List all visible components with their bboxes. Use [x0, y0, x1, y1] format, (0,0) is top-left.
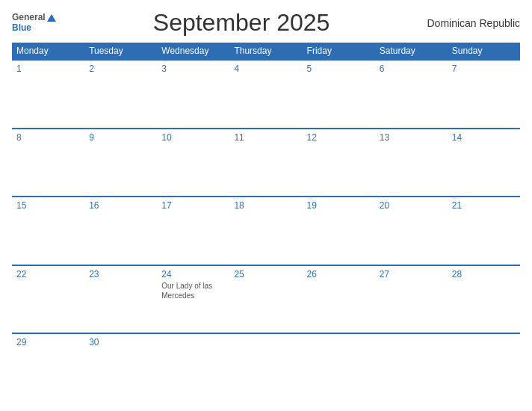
- day-number: 2: [89, 64, 152, 74]
- calendar-week-row: 891011121314: [12, 129, 520, 197]
- calendar-cell: [303, 333, 375, 402]
- day-number: 6: [380, 64, 443, 74]
- header-sunday: Sunday: [448, 43, 520, 60]
- calendar-cell: 17: [157, 197, 229, 265]
- calendar-cell: 14: [448, 129, 520, 197]
- calendar-cell: 12: [303, 129, 375, 197]
- header-saturday: Saturday: [375, 43, 448, 60]
- calendar-cell: 25: [229, 265, 302, 334]
- header-monday: Monday: [12, 43, 84, 60]
- calendar-page: General Blue September 2025 Dominican Re…: [0, 0, 532, 411]
- calendar-week-row: 1234567: [12, 60, 520, 129]
- header-wednesday: Wednesday: [157, 43, 229, 60]
- calendar-table: Monday Tuesday Wednesday Thursday Friday…: [12, 43, 520, 402]
- day-number: 18: [234, 200, 297, 211]
- day-number: 12: [307, 132, 371, 143]
- calendar-cell: 18: [229, 197, 302, 265]
- day-number: 28: [452, 269, 516, 279]
- header-thursday: Thursday: [229, 43, 302, 60]
- day-number: 17: [161, 200, 225, 211]
- day-number: 29: [16, 337, 80, 347]
- day-number: 23: [89, 269, 152, 279]
- calendar-cell: 9: [84, 129, 157, 197]
- logo-general-text: General: [12, 13, 46, 22]
- calendar-cell: 10: [157, 129, 229, 197]
- day-number: 25: [234, 269, 297, 279]
- day-number: 8: [16, 132, 80, 143]
- day-number: 13: [380, 132, 443, 143]
- calendar-cell: 13: [375, 129, 448, 197]
- day-number: 3: [161, 64, 225, 74]
- day-number: 26: [307, 269, 371, 279]
- day-number: 27: [380, 269, 443, 279]
- calendar-cell: 16: [84, 197, 157, 265]
- day-number: 30: [89, 337, 152, 347]
- logo: General Blue: [12, 13, 56, 32]
- country-label: Dominican Republic: [427, 17, 520, 29]
- calendar-cell: 27: [375, 265, 448, 334]
- header-friday: Friday: [303, 43, 375, 60]
- calendar-cell: [157, 333, 229, 402]
- day-number: 20: [380, 200, 443, 211]
- calendar-cell: 19: [303, 197, 375, 265]
- calendar-cell: 15: [12, 197, 84, 265]
- day-number: 1: [16, 64, 80, 74]
- day-number: 10: [161, 132, 225, 143]
- day-number: 7: [452, 64, 516, 74]
- day-number: 24: [161, 269, 225, 279]
- weekday-header-row: Monday Tuesday Wednesday Thursday Friday…: [12, 43, 520, 60]
- day-number: 21: [452, 200, 516, 211]
- page-title: September 2025: [56, 9, 427, 37]
- logo-triangle-icon: [47, 14, 56, 22]
- calendar-cell: 3: [157, 60, 229, 129]
- calendar-header: Monday Tuesday Wednesday Thursday Friday…: [12, 43, 520, 60]
- calendar-cell: 29: [12, 333, 84, 402]
- day-number: 5: [307, 64, 371, 74]
- event-label: Our Lady of las Mercedes: [161, 281, 225, 300]
- calendar-cell: 22: [12, 265, 84, 334]
- calendar-cell: 23: [84, 265, 157, 334]
- calendar-cell: 20: [375, 197, 448, 265]
- day-number: 16: [89, 200, 152, 211]
- calendar-cell: 8: [12, 129, 84, 197]
- logo-blue-text: Blue: [12, 23, 56, 33]
- calendar-week-row: 15161718192021: [12, 197, 520, 265]
- calendar-week-row: 222324Our Lady of las Mercedes25262728: [12, 265, 520, 334]
- day-number: 11: [234, 132, 297, 143]
- calendar-cell: 11: [229, 129, 302, 197]
- calendar-cell: 4: [229, 60, 302, 129]
- calendar-cell: 30: [84, 333, 157, 402]
- header-tuesday: Tuesday: [84, 43, 157, 60]
- day-number: 22: [16, 269, 80, 279]
- calendar-cell: 28: [448, 265, 520, 334]
- calendar-cell: 1: [12, 60, 84, 129]
- calendar-cell: [229, 333, 302, 402]
- calendar-cell: 21: [448, 197, 520, 265]
- calendar-cell: 6: [375, 60, 448, 129]
- day-number: 19: [307, 200, 371, 211]
- calendar-body: 123456789101112131415161718192021222324O…: [12, 60, 520, 402]
- day-number: 15: [16, 200, 80, 211]
- calendar-cell: [375, 333, 448, 402]
- day-number: 4: [234, 64, 297, 74]
- page-header: General Blue September 2025 Dominican Re…: [12, 9, 520, 37]
- calendar-cell: 2: [84, 60, 157, 129]
- calendar-cell: 26: [303, 265, 375, 334]
- calendar-cell: [448, 333, 520, 402]
- calendar-week-row: 2930: [12, 333, 520, 402]
- day-number: 14: [452, 132, 516, 143]
- calendar-cell: 5: [303, 60, 375, 129]
- calendar-cell: 7: [448, 60, 520, 129]
- calendar-cell: 24Our Lady of las Mercedes: [157, 265, 229, 334]
- day-number: 9: [89, 132, 152, 143]
